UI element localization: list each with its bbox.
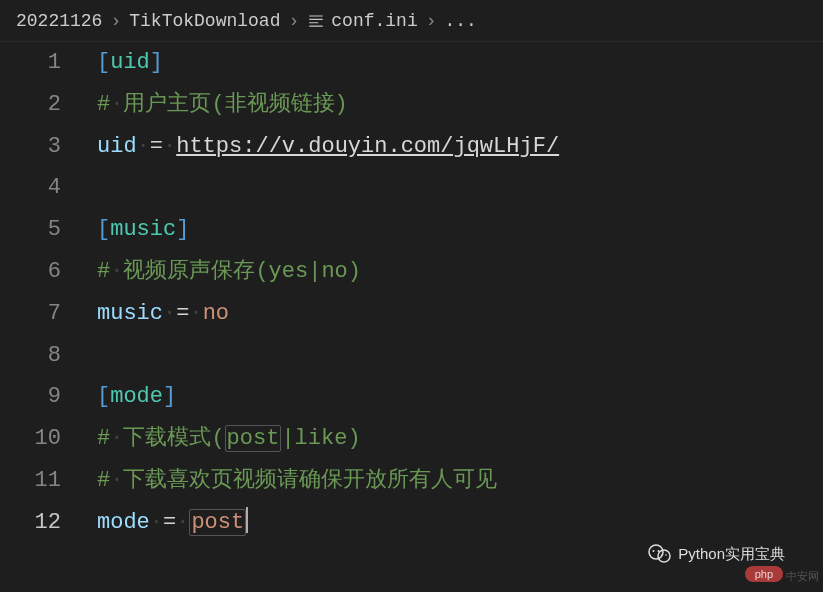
code-editor[interactable]: 1 2 3 4 5 6 7 8 9 10 11 12 [uid] #·用户主页(… (0, 42, 823, 592)
code-line[interactable]: [uid] (97, 42, 823, 84)
line-number: 3 (0, 126, 61, 168)
line-number: 8 (0, 335, 61, 377)
file-icon (307, 12, 325, 30)
svg-point-4 (661, 554, 663, 556)
line-number: 5 (0, 209, 61, 251)
code-line[interactable]: #·下载模式(post|like) (97, 418, 823, 460)
line-number: 9 (0, 376, 61, 418)
svg-point-5 (665, 554, 667, 556)
breadcrumb-file[interactable]: conf.ini (331, 11, 417, 31)
code-line[interactable]: music·=·no (97, 293, 823, 335)
svg-point-1 (658, 550, 670, 562)
code-line[interactable]: [mode] (97, 376, 823, 418)
watermark-text: Python实用宝典 (678, 545, 785, 564)
line-number: 12 (0, 502, 61, 544)
code-line[interactable]: [music] (97, 209, 823, 251)
code-content[interactable]: [uid] #·用户主页(非视频链接) uid·=·https://v.douy… (85, 42, 823, 592)
wechat-icon (648, 544, 672, 564)
breadcrumb-folder-1[interactable]: 20221126 (16, 11, 102, 31)
chevron-right-icon: › (110, 11, 121, 31)
breadcrumb-more[interactable]: ... (445, 11, 477, 31)
side-watermark: 中安网 (786, 569, 819, 584)
chevron-right-icon: › (426, 11, 437, 31)
php-badge: php (745, 566, 783, 582)
code-line[interactable]: mode·=·post (97, 502, 823, 544)
line-number-gutter: 1 2 3 4 5 6 7 8 9 10 11 12 (0, 42, 85, 592)
code-line[interactable]: uid·=·https://v.douyin.com/jqwLHjF/ (97, 126, 823, 168)
line-number: 1 (0, 42, 61, 84)
breadcrumb-folder-2[interactable]: TikTokDownload (129, 11, 280, 31)
line-number: 2 (0, 84, 61, 126)
line-number: 4 (0, 167, 61, 209)
code-line[interactable] (97, 167, 823, 209)
code-line[interactable]: #·下载喜欢页视频请确保开放所有人可见 (97, 460, 823, 502)
line-number: 6 (0, 251, 61, 293)
code-line[interactable]: #·用户主页(非视频链接) (97, 84, 823, 126)
code-line[interactable] (97, 335, 823, 377)
svg-point-3 (658, 550, 660, 552)
svg-point-2 (653, 550, 655, 552)
text-cursor (246, 507, 248, 533)
line-number: 7 (0, 293, 61, 335)
code-line[interactable]: #·视频原声保存(yes|no) (97, 251, 823, 293)
line-number: 11 (0, 460, 61, 502)
chevron-right-icon: › (288, 11, 299, 31)
breadcrumb[interactable]: 20221126 › TikTokDownload › conf.ini › .… (0, 0, 823, 42)
line-number: 10 (0, 418, 61, 460)
watermark: Python实用宝典 (648, 544, 785, 564)
svg-point-0 (649, 545, 663, 559)
